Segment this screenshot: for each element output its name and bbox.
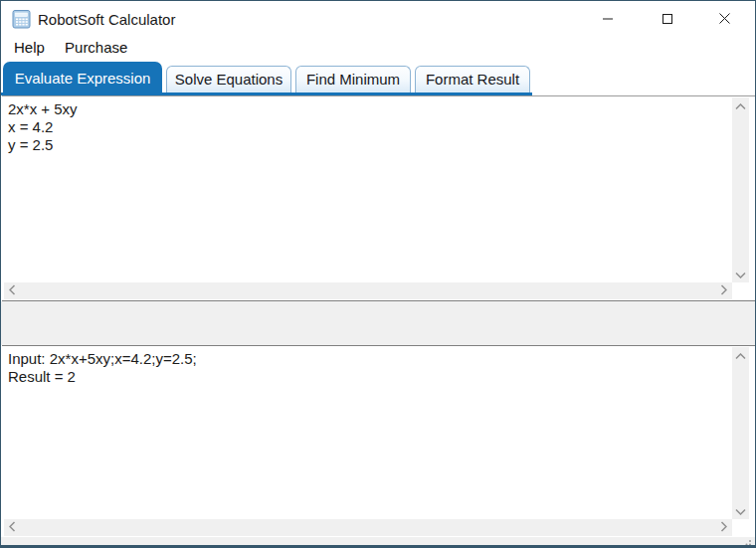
input-line: y = 2.5 [8, 136, 725, 154]
scroll-left-button[interactable] [4, 519, 21, 536]
button-strip: Calculate Copy Result [1, 301, 755, 345]
input-line: 2x*x + 5xy [8, 100, 725, 118]
scroll-down-button[interactable] [732, 266, 749, 282]
output-line: Input: 2x*x+5xy;x=4.2;y=2.5; [8, 350, 725, 368]
scroll-right-button[interactable] [715, 519, 732, 536]
tab-format-result[interactable]: Format Result [415, 66, 530, 92]
menu-item-help[interactable]: Help [6, 38, 53, 57]
expression-input-area[interactable]: 2x*x + 5xy x = 4.2 y = 2.5 [2, 95, 755, 301]
status-strip [1, 537, 755, 545]
chevron-right-icon [720, 520, 727, 535]
minimize-icon [602, 13, 614, 28]
maximize-button[interactable] [652, 7, 683, 33]
result-output-area[interactable]: Input: 2x*x+5xy;x=4.2;y=2.5; Result = 2 [2, 345, 755, 537]
output-horizontal-scrollbar[interactable] [4, 519, 732, 536]
close-icon [718, 12, 731, 28]
scroll-up-button[interactable] [732, 347, 749, 364]
chevron-left-icon [9, 283, 16, 298]
tab-strip: Evaluate Expression Solve Equations Find… [1, 61, 755, 95]
scroll-right-button[interactable] [715, 282, 732, 299]
scroll-up-button[interactable] [732, 97, 749, 114]
calculator-icon [12, 10, 32, 29]
scroll-down-button[interactable] [732, 502, 749, 519]
input-vertical-scrollbar[interactable] [732, 97, 749, 282]
close-button[interactable] [708, 7, 740, 33]
resize-grip[interactable] [740, 535, 752, 545]
maximize-icon [662, 13, 673, 28]
output-line: Result = 2 [8, 368, 725, 386]
tab-evaluate-expression[interactable]: Evaluate Expression [3, 62, 162, 95]
minimize-button[interactable] [592, 7, 624, 33]
chevron-down-icon [735, 503, 746, 518]
result-output-text: Input: 2x*x+5xy;x=4.2;y=2.5; Result = 2 [2, 348, 725, 386]
expression-input-text: 2x*x + 5xy x = 4.2 y = 2.5 [2, 98, 725, 154]
chevron-left-icon [9, 520, 16, 535]
menu-item-purchase[interactable]: Purchase [57, 38, 135, 57]
chevron-down-icon [735, 267, 746, 281]
input-horizontal-scrollbar[interactable] [4, 282, 732, 299]
menu-bar: Help Purchase [1, 38, 755, 61]
chevron-right-icon [720, 283, 727, 298]
scroll-left-button[interactable] [4, 282, 21, 299]
tab-solve-equations[interactable]: Solve Equations [166, 66, 291, 92]
input-line: x = 4.2 [8, 118, 725, 136]
chevron-up-icon [735, 348, 746, 363]
window-title: RobotSoft Calculator [38, 1, 175, 38]
app-window: RobotSoft Calculator Help Purchase Evalu… [0, 0, 756, 548]
chevron-up-icon [735, 98, 746, 113]
title-bar[interactable]: RobotSoft Calculator [1, 1, 755, 38]
tab-find-minimum[interactable]: Find Minimum [295, 66, 411, 92]
output-vertical-scrollbar[interactable] [732, 347, 749, 519]
